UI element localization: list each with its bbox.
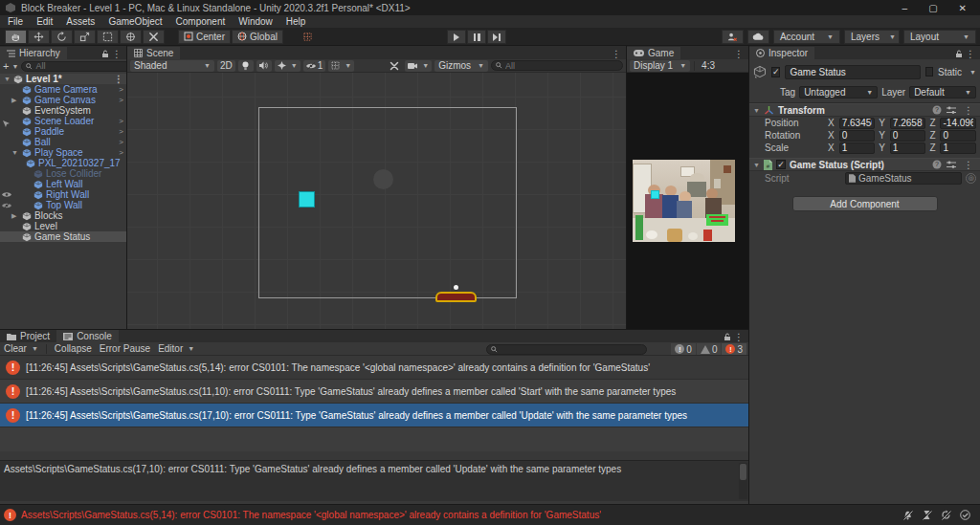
y-value-field[interactable] [890,130,926,142]
menu-item[interactable]: Help [286,16,306,27]
tag-dropdown[interactable]: Untagged▼ [799,86,878,98]
scene-viewport[interactable] [127,73,626,329]
clear-button[interactable]: Clear▼ [4,343,38,354]
shading-mode-dropdown[interactable]: Shaded▼ [130,60,214,72]
pick-cursor-icon[interactable] [2,120,11,128]
ok-check-icon[interactable] [960,510,970,520]
z-value-field[interactable] [940,130,976,142]
console-scrollbar[interactable] [739,463,747,499]
hierarchy-item[interactable]: Ball > [0,137,126,147]
error-pause-toggle[interactable]: Error Pause [100,343,150,354]
camera-dropdown[interactable]: ▼ [405,60,432,72]
maximize-button[interactable]: ▢ [928,3,937,13]
game-viewport[interactable] [627,73,748,329]
panel-menu-icon[interactable]: ⋮ [731,332,746,342]
panel-menu-icon[interactable]: ⋮ [109,49,124,59]
minimize-button[interactable]: – [902,3,908,13]
console-search-input[interactable] [501,345,642,355]
collab-button[interactable] [722,30,744,44]
async-progress-disabled-icon[interactable] [922,510,932,520]
rect-tool-button[interactable] [97,30,119,44]
collapse-toggle[interactable]: Collapse [55,343,92,354]
hidden-objects-button[interactable]: 1 [303,60,326,72]
hierarchy-item[interactable]: Left Wall > [0,179,126,189]
move-tool-button[interactable] [28,30,50,44]
account-dropdown[interactable]: Account▼ [773,30,840,44]
menu-item[interactable]: Window [238,16,273,27]
hierarchy-item[interactable]: Game Status > [0,231,126,242]
effects-dropdown[interactable]: ▼ [275,60,301,72]
error-count-toggle[interactable]: !3 [722,343,746,355]
game-panel-menu-icon[interactable]: ⋮ [731,49,746,59]
component-menu-icon[interactable]: ⋮ [961,160,976,170]
tab-scene[interactable]: Scene [127,47,180,59]
pause-button[interactable] [467,30,486,44]
console-log-entry[interactable]: ! [11:26:45] Assets\Scripts\GameStatus.c… [0,380,748,404]
scene-visibility-eye-icon[interactable] [2,191,11,198]
scene-menu-icon[interactable]: ⋮ [111,74,126,84]
foldout-icon[interactable]: ▼ [753,107,760,114]
tab-console[interactable]: Console [56,330,119,342]
script-object-field[interactable]: GameStatus [845,172,962,185]
hierarchy-item[interactable]: Play Space > [0,147,126,158]
static-dropdown-icon[interactable]: ▼ [969,69,976,76]
hierarchy-item[interactable]: Blocks > [0,210,126,221]
object-picker-icon[interactable]: ◎ [966,173,976,184]
scene-search-input[interactable] [505,61,618,71]
warning-count-toggle[interactable]: 0 [697,343,722,355]
hierarchy-search-input[interactable] [35,61,127,71]
active-checkbox[interactable]: ✓ [771,67,781,77]
console-detail-pane[interactable]: Assets\Scripts\GameStatus.cs(17,10): err… [0,460,748,501]
scene-header-row[interactable]: ▼ Level 1* ⋮ [0,74,126,84]
pivot-global-button[interactable]: Global [232,30,283,44]
help-icon[interactable]: ? [932,160,942,169]
layout-dropdown[interactable]: Layout▼ [903,30,976,44]
ball-object[interactable] [454,285,458,290]
x-value-field[interactable] [839,142,876,154]
hierarchy-item[interactable]: Paddle > [0,126,126,137]
eye-slash-icon[interactable] [2,202,11,209]
tab-inspector[interactable]: Inspector [749,47,814,59]
hierarchy-item[interactable]: EventSystem > [0,105,126,116]
foldout-icon[interactable]: ▼ [753,162,760,168]
ghost-ball-object[interactable] [373,169,393,189]
console-log-entry[interactable]: ! [11:26:45] Assets\Scripts\GameStatus.c… [0,356,748,380]
x-value-field[interactable] [839,118,876,129]
rotate-tool-button[interactable] [51,30,73,44]
tab-game[interactable]: Game [627,47,680,59]
x-value-field[interactable] [839,130,876,142]
panel-menu-icon[interactable]: ⋮ [963,49,978,59]
presets-icon[interactable] [947,106,956,115]
y-value-field[interactable] [890,142,926,154]
auto-refresh-disabled-icon[interactable] [941,510,951,520]
info-count-toggle[interactable]: !0 [671,343,696,355]
expander-icon[interactable] [11,149,19,156]
lock-icon[interactable] [101,50,109,58]
gameobject-icon[interactable] [753,62,767,81]
transform-component-header[interactable]: ▼ Transform ? ⋮ [749,103,980,117]
prefab-arrow-icon[interactable]: > [119,127,123,136]
layer-dropdown[interactable]: Default▼ [909,86,976,98]
grid-snap-button[interactable] [297,30,319,44]
prefab-arrow-icon[interactable]: > [119,148,123,157]
static-checkbox[interactable] [925,67,933,77]
scene-tools-button[interactable] [387,60,402,72]
menu-item[interactable]: Assets [66,16,95,27]
create-object-button[interactable]: +▼ [3,60,18,72]
help-icon[interactable]: ? [932,105,942,115]
script-component-header[interactable]: ▼ # ✓ Game Status (Script) ? ⋮ [749,158,980,171]
hierarchy-item[interactable]: Right Wall > [0,189,126,200]
hierarchy-item[interactable]: Lose Collider > [0,168,126,179]
tab-hierarchy[interactable]: Hierarchy [0,47,67,59]
expander-icon[interactable] [11,212,19,220]
z-value-field[interactable] [940,118,976,129]
menu-item[interactable]: GameObject [108,16,162,27]
grid-visibility-dropdown[interactable]: ▼ [328,60,354,72]
prefab-arrow-icon[interactable]: > [119,117,123,125]
presets-icon[interactable] [947,161,956,169]
lock-icon[interactable] [955,50,963,58]
lock-icon[interactable] [724,333,731,341]
tab-project[interactable]: Project [0,330,56,342]
script-enabled-checkbox[interactable]: ✓ [776,160,786,169]
custom-tool-button[interactable] [143,30,165,44]
